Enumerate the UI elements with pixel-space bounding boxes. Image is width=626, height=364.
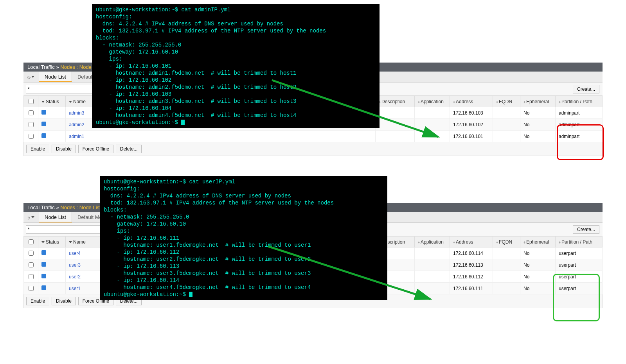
cell-partition: userpart — [556, 259, 603, 271]
node-link[interactable]: user1 — [69, 286, 81, 291]
cell-address: 172.16.60.103 — [450, 107, 493, 119]
col-ephemeral[interactable]: ♦Ephemeral — [520, 96, 556, 107]
cell-address: 172.16.60.112 — [450, 271, 493, 283]
col-address[interactable]: ♦Address — [450, 96, 493, 107]
create-button[interactable]: Create... — [573, 225, 599, 234]
bc-sep: » — [56, 64, 59, 70]
terminal-adminip: ubuntu@gke-workstation:~$ cat adminIP.ym… — [92, 4, 380, 128]
col-ephemeral[interactable]: ♦Ephemeral — [520, 237, 556, 247]
status-icon — [41, 133, 46, 138]
table-row: admin1172.16.60.101Noadminpart — [24, 131, 603, 142]
node-link[interactable]: admin3 — [69, 110, 84, 116]
status-icon — [41, 274, 46, 278]
status-icon — [41, 250, 46, 255]
col-fqdn[interactable]: ♦FQDN — [493, 237, 520, 247]
cell-address: 172.16.60.114 — [450, 247, 493, 259]
gear-menu[interactable]: ☼ — [23, 212, 39, 222]
col-status[interactable]: Status — [38, 237, 66, 247]
row-checkbox[interactable] — [29, 122, 34, 127]
node-link[interactable]: admin2 — [69, 122, 84, 127]
search-input[interactable] — [26, 225, 108, 234]
cell-address: 172.16.60.113 — [450, 259, 493, 271]
gear-menu[interactable]: ☼ — [23, 72, 39, 82]
status-icon — [41, 122, 46, 126]
cell-ephemeral: No — [520, 119, 556, 131]
cell-ephemeral: No — [520, 247, 556, 259]
cell-address: 172.16.60.111 — [450, 283, 493, 294]
cell-ephemeral: No — [520, 271, 556, 283]
col-status[interactable]: Status — [38, 96, 66, 107]
node-link[interactable]: user2 — [69, 274, 81, 280]
cell-partition: userpart — [556, 247, 603, 259]
cell-partition: adminpart — [556, 107, 603, 119]
node-link[interactable]: user4 — [69, 251, 81, 256]
delete-button[interactable]: Delete... — [116, 145, 142, 153]
highlight-userpart — [553, 274, 600, 321]
row-checkbox[interactable] — [29, 262, 34, 267]
cell-ephemeral: No — [520, 283, 556, 294]
cell-ephemeral: No — [520, 259, 556, 271]
row-checkbox[interactable] — [29, 274, 34, 279]
action-row: Enable Disable Force Offline Delete... — [23, 142, 603, 156]
disable-button[interactable]: Disable — [52, 297, 76, 305]
node-link[interactable]: user3 — [69, 262, 81, 268]
col-checkbox[interactable] — [24, 96, 38, 107]
col-partition[interactable]: ♦Partition / Path — [556, 96, 603, 107]
terminal-userip: ubuntu@gke-workstation:~$ cat userIP.yml… — [100, 176, 387, 300]
highlight-adminpart — [557, 124, 604, 160]
row-checkbox[interactable] — [29, 286, 34, 291]
cell-address: 172.16.60.101 — [450, 131, 493, 142]
col-address[interactable]: ♦Address — [450, 237, 493, 247]
col-partition[interactable]: ♦Partition / Path — [556, 237, 603, 247]
cell-ephemeral: No — [520, 131, 556, 142]
status-icon — [41, 110, 46, 115]
select-all-checkbox[interactable] — [29, 99, 34, 104]
cell-address: 172.16.60.102 — [450, 119, 493, 131]
disable-button[interactable]: Disable — [52, 145, 76, 153]
create-button[interactable]: Create... — [573, 85, 599, 93]
col-fqdn[interactable]: ♦FQDN — [493, 96, 520, 107]
enable-button[interactable]: Enable — [26, 145, 49, 153]
node-link[interactable]: admin1 — [69, 134, 84, 139]
row-checkbox[interactable] — [29, 251, 34, 256]
select-all-checkbox[interactable] — [29, 239, 34, 244]
status-icon — [41, 262, 46, 267]
tab-nodelist[interactable]: Node List — [39, 72, 72, 82]
status-icon — [41, 285, 46, 290]
col-application[interactable]: ♦Application — [415, 237, 450, 247]
bc-root: Local Traffic — [27, 64, 55, 70]
enable-button[interactable]: Enable — [26, 297, 49, 305]
row-checkbox[interactable] — [29, 110, 34, 115]
tab-nodelist[interactable]: Node List — [39, 212, 72, 222]
force-offline-button[interactable]: Force Offline — [78, 145, 113, 153]
cell-ephemeral: No — [520, 107, 556, 119]
col-application[interactable]: ♦Application — [415, 96, 450, 107]
row-checkbox[interactable] — [29, 134, 34, 139]
col-description[interactable]: ♦Description — [376, 96, 415, 107]
col-checkbox[interactable] — [24, 237, 38, 247]
